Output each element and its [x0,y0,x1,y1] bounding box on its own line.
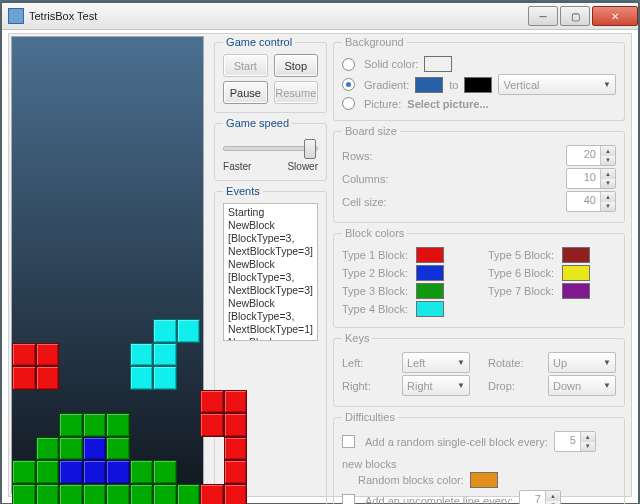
block-color-swatch[interactable] [416,247,444,263]
chevron-down-icon: ▼ [603,358,611,367]
block-cell [36,460,60,484]
right-label: Right: [342,380,402,392]
slower-label: Slower [287,161,318,172]
cell-spinner[interactable]: 40▲▼ [566,191,616,212]
events-list[interactable]: StartingNewBlock [BlockType=3, NextBlock… [223,203,318,341]
block-cell [83,413,107,437]
single-spinner[interactable]: 5▲▼ [554,431,596,452]
solid-radio[interactable] [342,58,355,71]
block-color-swatch[interactable] [562,247,590,263]
stop-button[interactable]: Stop [274,54,318,77]
block-color-swatch[interactable] [416,283,444,299]
down-icon[interactable]: ▼ [601,202,615,212]
block-color-swatch[interactable] [562,283,590,299]
minimize-button[interactable]: ─ [528,6,558,26]
rotate-label: Rotate: [488,357,548,369]
block-cell [153,319,177,343]
block-color-row: Type 3 Block: [342,283,470,299]
block-color-label: Type 3 Block: [342,285,416,297]
right-value: Right [407,380,433,392]
down-icon[interactable]: ▼ [601,179,615,189]
block-color-swatch[interactable] [416,265,444,281]
single-check[interactable] [342,435,355,448]
block-cell [59,460,83,484]
chevron-down-icon: ▼ [603,80,611,89]
orient-select[interactable]: Vertical▼ [498,74,616,95]
block-cell [12,343,36,367]
cols-spinner[interactable]: 10▲▼ [566,168,616,189]
select-picture-link[interactable]: Select picture... [407,98,488,110]
up-icon[interactable]: ▲ [581,432,595,442]
down-icon[interactable]: ▼ [581,442,595,452]
left-label: Left: [342,357,402,369]
app-icon [8,8,24,24]
event-line: NewBlock [BlockType=1, NextBlockType=2] [228,336,313,341]
block-color-swatch[interactable] [416,301,444,317]
keys-group: Keys Left:Left▼ Right:Right▼ Rotate:Up▼ … [333,332,625,407]
gradient-swatch-1[interactable] [415,77,443,93]
up-icon[interactable]: ▲ [601,146,615,156]
event-line: NewBlock [BlockType=3, NextBlockType=3] [228,258,313,297]
block-cell [177,319,201,343]
rows-spinner[interactable]: 20▲▼ [566,145,616,166]
block-cell [83,437,107,461]
solid-swatch[interactable] [424,56,452,72]
to-label: to [449,79,458,91]
chevron-down-icon: ▼ [457,381,465,390]
right-select[interactable]: Right▼ [402,375,470,396]
game-board[interactable] [11,36,204,494]
drop-value: Down [553,380,581,392]
rows-label: Rows: [342,150,402,162]
block-cell [224,484,248,505]
single-label: Add a random single-cell block every: [365,436,548,448]
titlebar[interactable]: TetrisBox Test ─ ▢ ✕ [2,3,638,30]
block-cell [200,390,224,414]
gradient-swatch-2[interactable] [464,77,492,93]
slider-thumb[interactable] [304,139,316,159]
picture-radio[interactable] [342,97,355,110]
block-cell [153,460,177,484]
block-color-row: Type 2 Block: [342,265,470,281]
block-cell [130,366,154,390]
speed-slider[interactable] [223,137,318,157]
pause-button[interactable]: Pause [223,81,267,104]
block-cell [12,484,36,505]
block-cell [83,460,107,484]
rotate-select[interactable]: Up▼ [548,352,616,373]
close-button[interactable]: ✕ [592,6,638,26]
gradient-radio[interactable] [342,78,355,91]
block-cell [153,366,177,390]
orient-value: Vertical [503,79,539,91]
block-cell [36,343,60,367]
block-cell [224,460,248,484]
maximize-button[interactable]: ▢ [560,6,590,26]
left-select[interactable]: Left▼ [402,352,470,373]
up-icon[interactable]: ▲ [601,192,615,202]
down-icon[interactable]: ▼ [546,501,560,505]
start-button[interactable]: Start [223,54,267,77]
block-cell [12,366,36,390]
settings-panel: Game control Start Stop Pause Resume Gam… [206,34,631,496]
block-cell [200,413,224,437]
block-color-label: Type 6 Block: [488,267,562,279]
up-icon[interactable]: ▲ [601,169,615,179]
block-color-swatch[interactable] [562,265,590,281]
solid-label: Solid color: [364,58,418,70]
block-colors-group: Block colors Type 1 Block:Type 2 Block:T… [333,227,625,328]
block-cell [130,460,154,484]
block-cell [224,413,248,437]
up-icon[interactable]: ▲ [546,491,560,501]
uncomplete-spinner[interactable]: 7▲▼ [519,490,561,504]
uncomplete-check[interactable] [342,494,355,504]
block-cell [224,390,248,414]
event-line: NewBlock [BlockType=3, NextBlockType=1] [228,297,313,336]
resume-button[interactable]: Resume [274,81,318,104]
drop-select[interactable]: Down▼ [548,375,616,396]
block-color-label: Type 7 Block: [488,285,562,297]
down-icon[interactable]: ▼ [601,156,615,166]
cell-value: 40 [567,192,600,211]
single-value: 5 [555,432,580,451]
board-size-legend: Board size [342,125,400,137]
block-cell [130,484,154,505]
rand-color-swatch[interactable] [470,472,498,488]
